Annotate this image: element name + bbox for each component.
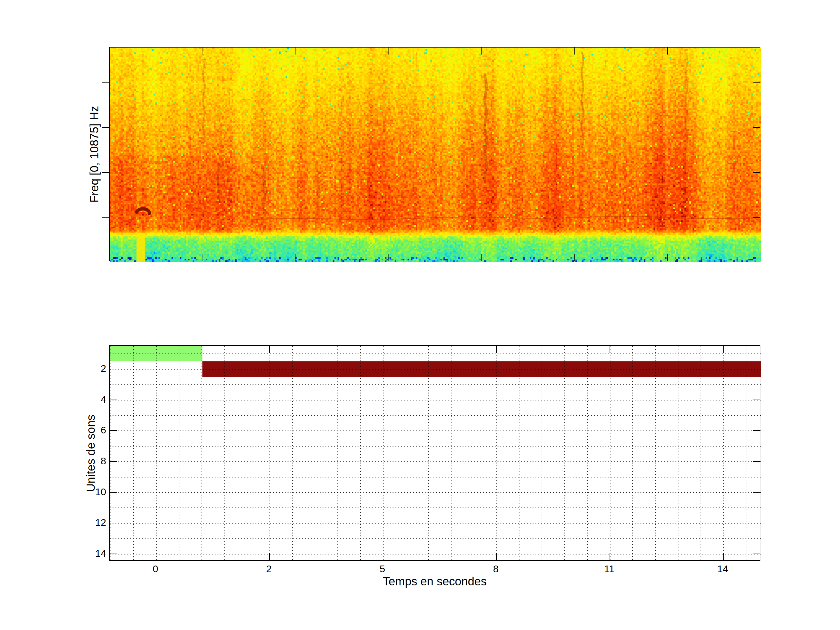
spectrogram-y-tick-right: [753, 172, 760, 173]
timeline-x-tick-bottom: [496, 553, 497, 560]
timeline-y-tick-right: [753, 461, 760, 462]
grid-hline: [110, 461, 761, 462]
x-tick-label: 11: [604, 563, 614, 575]
grid-vline: [564, 346, 565, 562]
x-tick-label: 2: [266, 563, 272, 575]
grid-vline: [610, 346, 611, 562]
spectrogram-heatmap: [110, 47, 761, 262]
y-tick-label: 6: [101, 425, 106, 436]
spectrogram-x-tick-bottom: [202, 254, 202, 261]
timeline-y-tick-left: [110, 369, 117, 369]
timeline-y-tick-left: [110, 492, 117, 493]
timeline-x-tick-bottom: [723, 553, 724, 560]
y-tick-label: 14: [95, 548, 106, 559]
spectrogram-x-tick-top: [574, 47, 575, 55]
timeline-x-tick-top: [383, 346, 383, 353]
timeline-y-tick-left: [110, 430, 117, 431]
grid-vline: [542, 346, 542, 562]
grid-vline: [519, 346, 519, 562]
spectrogram-ylabel: Freq [0, 10875] Hz: [88, 106, 101, 202]
grid-vline: [338, 346, 338, 562]
y-tick-label: 12: [95, 517, 106, 528]
grid-vline: [632, 346, 633, 562]
grid-vline: [111, 346, 111, 562]
spectrogram-x-tick-top: [388, 47, 388, 55]
timeline-x-tick-bottom: [609, 553, 610, 560]
spectrogram-x-tick-bottom: [574, 254, 575, 261]
spectrogram-y-tick-left: [102, 172, 109, 173]
grid-vline: [224, 346, 224, 562]
timeline-y-tick-left: [110, 399, 117, 400]
grid-vline: [451, 346, 452, 562]
spectrogram-y-tick-right: [753, 217, 760, 218]
spectrogram-y-tick-right: [753, 127, 760, 128]
y-tick-label: 10: [95, 486, 106, 497]
grid-hline: [110, 507, 761, 508]
grid-vline: [723, 346, 724, 562]
timeline-y-tick-right: [753, 492, 760, 493]
grid-hline: [110, 384, 761, 385]
grid-vline: [247, 346, 247, 562]
timeline-y-tick-right: [753, 554, 760, 554]
timeline-y-tick-right: [753, 369, 760, 369]
timeline-y-tick-right: [753, 523, 760, 523]
spectrogram-x-tick-top: [481, 47, 482, 55]
grid-vline: [496, 346, 497, 562]
timeline-x-tick-bottom: [383, 553, 383, 560]
grid-vline: [202, 346, 202, 562]
grid-hline: [110, 400, 761, 401]
grid-vline: [270, 346, 270, 562]
spectrogram-y-tick-right: [753, 82, 760, 82]
grid-vline: [474, 346, 474, 562]
x-tick-label: 8: [493, 563, 499, 575]
timeline-y-tick-left: [110, 523, 117, 523]
spectrogram-y-tick-left: [102, 82, 109, 82]
grid-vline: [746, 346, 746, 562]
grid-hline: [110, 477, 761, 477]
timeline-plot: [109, 345, 760, 561]
spectrogram-x-tick-bottom: [481, 254, 482, 261]
spectrogram-x-tick-bottom: [667, 254, 668, 261]
grid-vline: [701, 346, 701, 562]
grid-vline: [360, 346, 361, 562]
spectrogram-x-tick-top: [295, 47, 295, 55]
timeline-x-tick-top: [156, 346, 156, 353]
timeline-x-tick-top: [269, 346, 270, 353]
spectrogram-y-tick-left: [102, 217, 109, 218]
timeline-x-tick-top: [496, 346, 497, 353]
matlab-figure: Freq [0, 10875] Hz Unites de sons Temps …: [0, 0, 840, 630]
grid-vline: [383, 346, 384, 562]
grid-vline: [678, 346, 678, 562]
timeline-ylabel: Unites de sons: [84, 414, 98, 492]
spectrogram-x-tick-top: [667, 47, 668, 55]
timeline-x-tick-top: [609, 346, 610, 353]
grid-vline: [587, 346, 588, 562]
y-tick-label: 8: [101, 455, 106, 467]
grid-vline: [179, 346, 179, 562]
x-tick-label: 14: [717, 563, 728, 575]
timeline-y-tick-right: [753, 430, 760, 431]
spectrogram-plot: [109, 47, 760, 261]
grid-hline: [110, 523, 761, 524]
grid-hline: [110, 369, 761, 369]
x-tick-label: 0: [153, 563, 158, 575]
grid-vline: [428, 346, 429, 562]
spectrogram-x-tick-bottom: [388, 254, 388, 261]
grid-hline: [110, 492, 761, 493]
timeline-y-tick-right: [753, 399, 760, 400]
grid-vline: [292, 346, 293, 562]
grid-hline: [110, 354, 761, 354]
timeline-x-tick-bottom: [269, 553, 270, 560]
timeline-xlabel: Temps en secondes: [383, 575, 487, 588]
grid-hline: [110, 554, 761, 554]
spectrogram-y-tick-left: [102, 127, 109, 128]
y-tick-label: 4: [101, 393, 106, 405]
timeline-y-tick-left: [110, 461, 117, 462]
grid-vline: [315, 346, 315, 562]
grid-vline: [156, 346, 156, 562]
grid-vline: [406, 346, 406, 562]
grid-vline: [655, 346, 656, 562]
grid-hline: [110, 415, 761, 416]
grid-hline: [110, 431, 761, 431]
x-tick-label: 5: [380, 563, 385, 575]
